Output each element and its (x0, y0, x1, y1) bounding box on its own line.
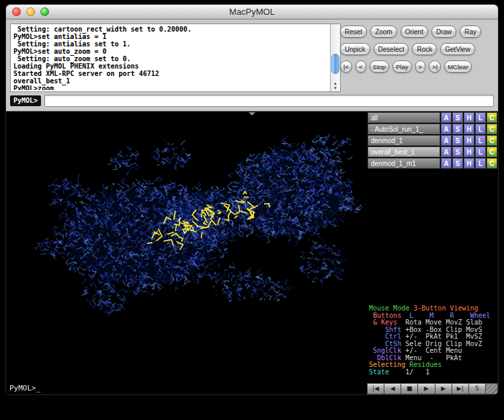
object-s-menu-button[interactable]: S (452, 112, 463, 123)
object-c-menu-button[interactable]: C (487, 124, 497, 134)
object-panel: allASHLC- AutoSol_run_1_ASHLCdenmod_1ASH… (367, 112, 498, 394)
object-a-menu-button[interactable]: A (441, 112, 452, 123)
object-h-menu-button[interactable]: H (464, 124, 474, 134)
object-list: allASHLC- AutoSol_run_1_ASHLCdenmod_1ASH… (367, 112, 498, 169)
play-button[interactable]: Play (392, 60, 411, 73)
scrollbar-thumb[interactable] (331, 54, 339, 74)
command-input[interactable] (44, 95, 494, 107)
object-h-menu-button[interactable]: H (464, 135, 474, 146)
object-h-menu-button[interactable]: H (464, 112, 474, 123)
object-a-menu-button[interactable]: A (441, 158, 452, 169)
object-c-menu-button[interactable]: C (487, 135, 497, 146)
object-s-menu-button[interactable]: S (452, 135, 463, 146)
object-a-menu-button[interactable]: A (441, 135, 452, 146)
object-h-menu-button[interactable]: H (464, 158, 474, 169)
command-row: PyMOL> (10, 95, 494, 107)
object-c-menu-button[interactable]: C (487, 112, 497, 123)
control-button-panel: ResetZoomOrientDrawRayUnpickDeselectRock… (340, 26, 495, 73)
orient-button[interactable]: Orient (401, 26, 428, 38)
zoom-button[interactable]: Zoom (370, 26, 397, 38)
object-l-menu-button[interactable]: L (475, 146, 486, 157)
draw-button[interactable]: Draw (431, 26, 456, 38)
forward-button[interactable]: > (415, 60, 426, 73)
movie-play-button[interactable]: ▶ (418, 383, 435, 394)
object-s-menu-button[interactable]: S (452, 146, 463, 157)
console-text: Setting: cartoon_rect_width set to 0.200… (13, 26, 328, 90)
object-l-menu-button[interactable]: L (475, 124, 486, 134)
object-name-button[interactable]: denmod_1_m1 (368, 158, 440, 169)
object-s-menu-button[interactable]: S (452, 124, 463, 134)
movie-s-button[interactable]: S (469, 383, 486, 394)
maximize-button[interactable] (40, 7, 49, 16)
object-s-menu-button[interactable]: S (452, 158, 463, 169)
movie-rewind-button[interactable]: |◀ (367, 383, 384, 394)
molecule-canvas[interactable] (6, 112, 368, 395)
close-button[interactable] (12, 7, 21, 16)
object-a-menu-button[interactable]: A (441, 146, 452, 157)
object-row: denmod_1_m1ASHLC (368, 158, 497, 169)
rock-button[interactable]: Rock (412, 43, 437, 55)
end-button[interactable]: >| (429, 60, 441, 73)
movie-forward-button[interactable]: ▶ (435, 383, 452, 394)
object-row: - AutoSol_run_1_ASHLC (368, 124, 497, 134)
object-name-button[interactable]: denmod_1 (368, 135, 440, 146)
title-bar[interactable]: MacPyMOL (6, 5, 498, 19)
object-name-button[interactable]: - AutoSol_run_1_ (368, 124, 440, 134)
object-l-menu-button[interactable]: L (475, 135, 486, 146)
console-scrollbar[interactable]: ▲▼ (330, 24, 340, 91)
object-l-menu-button[interactable]: L (475, 158, 486, 169)
movie-stop-button[interactable]: ■ (401, 383, 418, 394)
ray-button[interactable]: Ray (460, 26, 481, 38)
object-a-menu-button[interactable]: A (441, 124, 452, 134)
minimize-button[interactable] (26, 7, 35, 16)
main-area: PyMOL>_ allASHLC- AutoSol_run_1_ASHLCden… (6, 112, 498, 394)
object-h-menu-button[interactable]: H (464, 146, 474, 157)
movie-controls: |◀◀■▶▶▶|S (367, 383, 498, 394)
window-title: MacPyMOL (6, 5, 498, 19)
command-prompt-label: PyMOL> (10, 95, 41, 106)
deselect-button[interactable]: Deselect (374, 43, 409, 55)
object-row: allASHLC (368, 112, 497, 123)
viewport-prompt: PyMOL>_ (9, 384, 40, 392)
movie-end-button[interactable]: ▶| (452, 383, 469, 394)
object-name-button[interactable]: all (368, 112, 440, 123)
stop-button[interactable]: Stop (370, 60, 390, 73)
object-name-button[interactable]: overall_best_1 (368, 146, 440, 157)
object-row: overall_best_1ASHLC (368, 146, 497, 157)
viewport-3d[interactable]: PyMOL>_ (6, 112, 367, 394)
movie-back-button[interactable]: ◀ (384, 383, 401, 394)
back-button[interactable]: < (355, 60, 366, 73)
reset-button[interactable]: Reset (340, 26, 367, 38)
object-c-menu-button[interactable]: C (487, 146, 497, 157)
rewind-button[interactable]: |< (340, 60, 352, 73)
getview-button[interactable]: GetView (440, 43, 475, 55)
upper-panel: Setting: cartoon_rect_width set to 0.200… (6, 19, 498, 112)
mclear-button[interactable]: MClear (444, 60, 472, 73)
object-l-menu-button[interactable]: L (475, 112, 486, 123)
unpick-button[interactable]: Unpick (340, 43, 370, 55)
mouse-mode-panel: Mouse Mode 3-Button Viewing Buttons L M … (369, 305, 498, 376)
scrollbar-arrows[interactable]: ▲▼ (331, 81, 340, 91)
pane-divider-grip[interactable] (249, 112, 255, 116)
resize-grip[interactable] (486, 383, 498, 394)
console-log[interactable]: Setting: cartoon_rect_width set to 0.200… (10, 24, 341, 92)
object-c-menu-button[interactable]: C (487, 158, 497, 169)
object-row: denmod_1ASHLC (368, 135, 497, 146)
window-controls (12, 7, 49, 16)
macpymol-window: MacPyMOL Setting: cartoon_rect_width set… (5, 4, 499, 395)
